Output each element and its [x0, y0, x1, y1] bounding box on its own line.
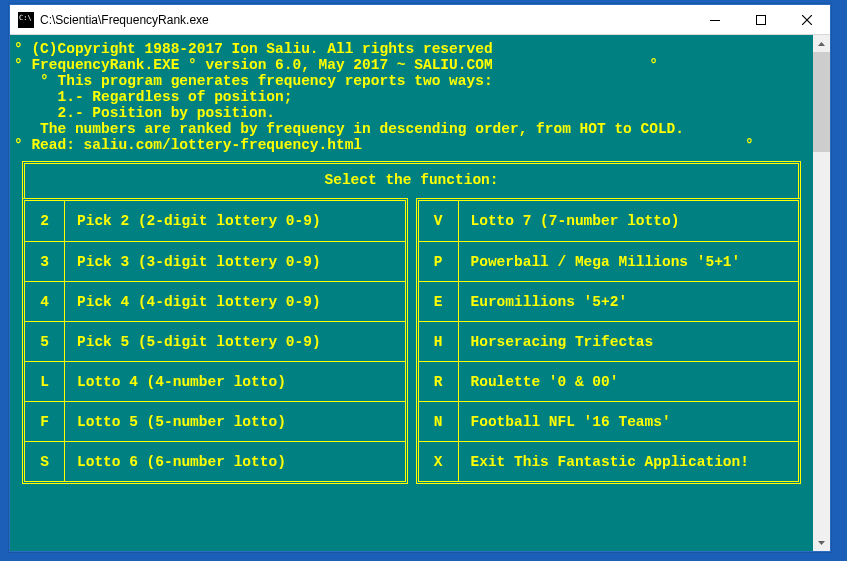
- header-read: ° Read: saliu.com/lottery-frequency.html…: [10, 137, 813, 153]
- opt2-text: 2.- Position by position.: [58, 105, 276, 121]
- header-copyright: ° (C)Copyright 1988-2017 Ion Saliu. All …: [10, 41, 813, 57]
- menu-item-euromillions[interactable]: EEuromillions '5+2': [419, 281, 799, 321]
- menu-item-powerball[interactable]: PPowerball / Mega Millions '5+1': [419, 241, 799, 281]
- menu-key: H: [419, 322, 459, 361]
- menu-label: Exit This Fantastic Application!: [459, 454, 799, 470]
- menu-box: Select the function: 2Pick 2 (2-digit lo…: [22, 161, 801, 484]
- svg-rect-1: [757, 15, 766, 24]
- chevron-down-icon: [818, 541, 825, 545]
- menu-item-horseracing[interactable]: HHorseracing Trifectas: [419, 321, 799, 361]
- menu-item-exit[interactable]: XExit This Fantastic Application!: [419, 441, 799, 481]
- app-window: C:\Scientia\FrequencyRank.exe ° (C)Copyr…: [9, 4, 831, 552]
- opt1-text: 1.- Regardless of position;: [58, 89, 293, 105]
- menu-title: Select the function:: [22, 161, 801, 198]
- menu-column-left: 2Pick 2 (2-digit lottery 0-9) 3Pick 3 (3…: [22, 198, 408, 484]
- header-rank: The numbers are ranked by frequency in d…: [10, 121, 813, 137]
- menu-item-lotto6[interactable]: SLotto 6 (6-number lotto): [25, 441, 405, 481]
- menu-key: R: [419, 362, 459, 401]
- menu-label: Lotto 4 (4-number lotto): [65, 374, 405, 390]
- header-desc: ° This program generates frequency repor…: [10, 73, 813, 89]
- desc-text: This program generates frequency reports…: [58, 73, 493, 89]
- menu-key: 2: [25, 201, 65, 241]
- minimize-button[interactable]: [692, 5, 738, 34]
- menu-item-lotto4[interactable]: LLotto 4 (4-number lotto): [25, 361, 405, 401]
- scrollbar-track[interactable]: [813, 52, 830, 534]
- window-title: C:\Scientia\FrequencyRank.exe: [40, 13, 692, 27]
- close-icon: [802, 15, 812, 25]
- chevron-up-icon: [818, 42, 825, 46]
- header-program: ° FrequencyRank.EXE ° version 6.0, May 2…: [10, 57, 813, 73]
- menu-label: Pick 2 (2-digit lottery 0-9): [65, 213, 405, 229]
- vertical-scrollbar[interactable]: [813, 35, 830, 551]
- menu-item-pick4[interactable]: 4Pick 4 (4-digit lottery 0-9): [25, 281, 405, 321]
- menu-label: Euromillions '5+2': [459, 294, 799, 310]
- scroll-down-button[interactable]: [813, 534, 830, 551]
- menu-label: Football NFL '16 Teams': [459, 414, 799, 430]
- scroll-up-button[interactable]: [813, 35, 830, 52]
- cmd-icon: [18, 12, 34, 28]
- menu-label: Pick 4 (4-digit lottery 0-9): [65, 294, 405, 310]
- menu-key: P: [419, 242, 459, 281]
- menu-label: Pick 3 (3-digit lottery 0-9): [65, 254, 405, 270]
- copyright-text: (C)Copyright 1988-2017 Ion Saliu. All ri…: [31, 41, 492, 57]
- menu-key: F: [25, 402, 65, 441]
- menu-label: Lotto 6 (6-number lotto): [65, 454, 405, 470]
- menu-key: E: [419, 282, 459, 321]
- menu-key: X: [419, 442, 459, 481]
- maximize-icon: [756, 15, 766, 25]
- menu-item-pick3[interactable]: 3Pick 3 (3-digit lottery 0-9): [25, 241, 405, 281]
- menu-item-pick5[interactable]: 5Pick 5 (5-digit lottery 0-9): [25, 321, 405, 361]
- menu-item-football[interactable]: NFootball NFL '16 Teams': [419, 401, 799, 441]
- maximize-button[interactable]: [738, 5, 784, 34]
- menu-key: S: [25, 442, 65, 481]
- menu-label: Lotto 5 (5-number lotto): [65, 414, 405, 430]
- menu-label: Lotto 7 (7-number lotto): [459, 213, 799, 229]
- menu-label: Horseracing Trifectas: [459, 334, 799, 350]
- menu-label: Roulette '0 & 00': [459, 374, 799, 390]
- menu-item-roulette[interactable]: RRoulette '0 & 00': [419, 361, 799, 401]
- read-text: Read: saliu.com/lottery-frequency.html: [31, 137, 362, 153]
- menu-item-lotto5[interactable]: FLotto 5 (5-number lotto): [25, 401, 405, 441]
- menu-key: 4: [25, 282, 65, 321]
- minimize-icon: [710, 15, 720, 25]
- menu-key: L: [25, 362, 65, 401]
- menu-item-pick2[interactable]: 2Pick 2 (2-digit lottery 0-9): [25, 201, 405, 241]
- menu-key: N: [419, 402, 459, 441]
- menu-label: Powerball / Mega Millions '5+1': [459, 254, 799, 270]
- titlebar[interactable]: C:\Scientia\FrequencyRank.exe: [10, 5, 830, 35]
- header-opt2: 2.- Position by position.: [10, 105, 813, 121]
- header-opt1: 1.- Regardless of position;: [10, 89, 813, 105]
- svg-rect-0: [710, 20, 720, 21]
- menu-key: V: [419, 201, 459, 241]
- menu-key: 3: [25, 242, 65, 281]
- rank-text: The numbers are ranked by frequency in d…: [40, 121, 684, 137]
- menu-column-right: VLotto 7 (7-number lotto) PPowerball / M…: [416, 198, 802, 484]
- menu-item-lotto7[interactable]: VLotto 7 (7-number lotto): [419, 201, 799, 241]
- menu-key: 5: [25, 322, 65, 361]
- window-controls: [692, 5, 830, 34]
- console-area[interactable]: ° (C)Copyright 1988-2017 Ion Saliu. All …: [10, 35, 813, 551]
- scrollbar-thumb[interactable]: [813, 52, 830, 152]
- menu-label: Pick 5 (5-digit lottery 0-9): [65, 334, 405, 350]
- program-text: FrequencyRank.EXE ° version 6.0, May 201…: [31, 57, 492, 73]
- menu-columns: 2Pick 2 (2-digit lottery 0-9) 3Pick 3 (3…: [22, 198, 801, 484]
- close-button[interactable]: [784, 5, 830, 34]
